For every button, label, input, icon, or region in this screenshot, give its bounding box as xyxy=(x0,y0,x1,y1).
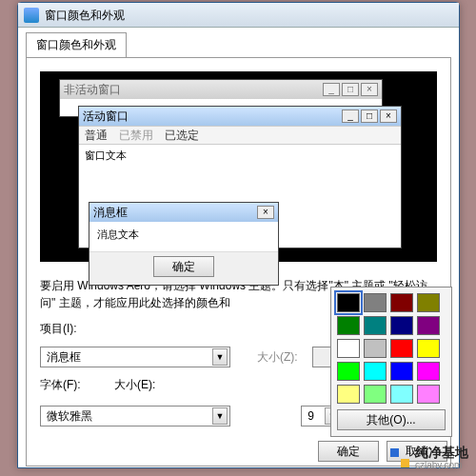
item-label: 项目(I): xyxy=(40,321,88,337)
message-box[interactable]: 消息框 × 消息文本 确定 xyxy=(89,202,279,286)
menu-normal[interactable]: 普通 xyxy=(85,128,108,144)
tab-window-color[interactable]: 窗口颜色和外观 xyxy=(26,32,127,58)
window-text: 窗口文本 xyxy=(79,145,401,167)
menu-bar[interactable]: 普通 已禁用 已选定 xyxy=(79,126,401,145)
palette-color[interactable] xyxy=(364,362,387,381)
watermark-logo-icon xyxy=(390,448,409,467)
size2-label: 大小(E): xyxy=(114,377,162,393)
palette-color[interactable] xyxy=(417,293,440,312)
palette-color[interactable] xyxy=(337,385,360,404)
font-label: 字体(F): xyxy=(40,377,88,393)
app-icon xyxy=(24,8,39,23)
font-combo[interactable]: 微软雅黑 ▼ xyxy=(40,406,230,426)
color-palette: 其他(O)... xyxy=(330,287,452,437)
maximize-icon[interactable]: □ xyxy=(361,109,378,123)
palette-color[interactable] xyxy=(364,385,387,404)
palette-color[interactable] xyxy=(337,293,360,312)
dialog: 窗口颜色和外观 窗口颜色和外观 非活动窗口 _ □ × 活动窗口 xyxy=(17,2,460,468)
palette-color[interactable] xyxy=(390,293,413,312)
watermark-name: 纯净基地 xyxy=(415,446,468,460)
active-window[interactable]: 活动窗口 _ □ × 普通 已禁用 已选定 窗口文本 消息框 × xyxy=(78,106,402,248)
item-combo-value: 消息框 xyxy=(47,349,81,366)
palette-color[interactable] xyxy=(417,316,440,335)
palette-color[interactable] xyxy=(390,316,413,335)
palette-color[interactable] xyxy=(337,362,360,381)
palette-color[interactable] xyxy=(390,385,413,404)
palette-color[interactable] xyxy=(337,316,360,335)
palette-color[interactable] xyxy=(364,316,387,335)
other-colors-button[interactable]: 其他(O)... xyxy=(337,409,446,430)
preview-area: 非活动窗口 _ □ × 活动窗口 _ □ × xyxy=(40,71,437,262)
menu-selected[interactable]: 已选定 xyxy=(165,128,199,144)
window-buttons: _ □ × xyxy=(342,109,397,123)
inactive-window-title: 非活动窗口 xyxy=(64,82,121,98)
size1-label: 大小(Z): xyxy=(257,349,305,366)
chevron-down-icon[interactable]: ▼ xyxy=(212,407,228,425)
palette-color[interactable] xyxy=(417,362,440,381)
palette-color[interactable] xyxy=(364,339,387,358)
font-combo-value: 微软雅黑 xyxy=(47,408,92,425)
palette-color[interactable] xyxy=(390,339,413,358)
dialog-title: 窗口颜色和外观 xyxy=(45,9,125,22)
minimize-icon[interactable]: _ xyxy=(342,109,359,123)
watermark-url: czlaby.com xyxy=(415,460,468,470)
menu-disabled: 已禁用 xyxy=(119,128,153,144)
chevron-down-icon[interactable]: ▼ xyxy=(212,348,228,366)
ok-button[interactable]: 确定 xyxy=(318,441,379,462)
size2-value: 9 xyxy=(307,409,314,423)
close-icon[interactable]: × xyxy=(361,83,378,96)
message-box-title: 消息框 xyxy=(93,205,128,221)
minimize-icon[interactable]: _ xyxy=(323,83,340,96)
palette-color[interactable] xyxy=(390,362,413,381)
palette-color[interactable] xyxy=(417,385,440,404)
tab-panel: 非活动窗口 _ □ × 活动窗口 _ □ × xyxy=(26,57,451,466)
message-box-text: 消息文本 xyxy=(89,222,278,251)
palette-color[interactable] xyxy=(417,339,440,358)
maximize-icon[interactable]: □ xyxy=(342,83,359,96)
palette-color[interactable] xyxy=(337,339,360,358)
watermark: 纯净基地 czlaby.com xyxy=(390,446,468,470)
window-buttons: _ □ × xyxy=(323,83,378,96)
active-window-title: 活动窗口 xyxy=(83,109,129,125)
dialog-title-bar[interactable]: 窗口颜色和外观 xyxy=(18,3,459,28)
palette-grid xyxy=(337,293,446,404)
close-icon[interactable]: × xyxy=(257,206,274,219)
palette-color[interactable] xyxy=(364,293,387,312)
message-box-ok-button[interactable]: 确定 xyxy=(153,256,214,277)
tab-strip: 窗口颜色和外观 xyxy=(18,28,459,57)
item-combo[interactable]: 消息框 ▼ xyxy=(40,347,230,367)
close-icon[interactable]: × xyxy=(380,109,397,123)
